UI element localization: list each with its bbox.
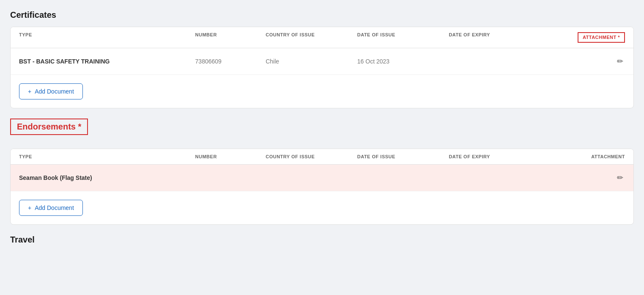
certificates-col-country: COUNTRY OF ISSUE	[266, 32, 357, 43]
endorsements-title: Endorsements *	[10, 119, 88, 135]
certificates-col-attachment: ATTACHMENT *	[540, 32, 625, 43]
certificates-col-date-issue: DATE OF ISSUE	[357, 32, 449, 43]
endorse-edit-button[interactable]: ✏	[615, 171, 625, 184]
certificates-title: Certificates	[10, 10, 634, 20]
endorsements-col-date-expiry: DATE OF EXPIRY	[449, 154, 540, 159]
certificates-add-doc-area: + Add Document	[11, 75, 633, 108]
endorsements-section: Endorsements * TYPE NUMBER COUNTRY OF IS…	[10, 119, 634, 225]
cert-edit-col: ✏	[540, 55, 625, 68]
certificates-col-type: TYPE	[19, 32, 195, 43]
certificates-add-document-button[interactable]: + Add Document	[19, 83, 83, 99]
certificates-col-date-expiry: DATE OF EXPIRY	[449, 32, 540, 43]
add-document-label: Add Document	[35, 88, 74, 95]
endorsements-col-country: COUNTRY OF ISSUE	[266, 154, 357, 159]
endorsements-col-date-issue: DATE OF ISSUE	[357, 154, 449, 159]
certificates-table-header: TYPE NUMBER COUNTRY OF ISSUE DATE OF ISS…	[11, 27, 633, 48]
cert-type: BST - BASIC SAFETY TRAINING	[19, 58, 195, 65]
endorsements-col-type: TYPE	[19, 154, 195, 159]
attachment-header-highlighted: ATTACHMENT *	[578, 32, 625, 43]
endorse-edit-col: ✏	[540, 171, 625, 184]
endorsements-row-1: Seaman Book (Flag State) ✏	[11, 165, 633, 191]
certificates-col-number: NUMBER	[195, 32, 266, 43]
endorsements-add-document-button[interactable]: + Add Document	[19, 200, 83, 216]
cert-edit-button[interactable]: ✏	[615, 55, 625, 68]
cert-number: 73806609	[195, 58, 266, 65]
cert-date-issue: 16 Oct 2023	[357, 58, 449, 65]
endorsements-card: TYPE NUMBER COUNTRY OF ISSUE DATE OF ISS…	[10, 149, 634, 225]
certificates-section: Certificates TYPE NUMBER COUNTRY OF ISSU…	[10, 10, 634, 108]
endorsements-table-header: TYPE NUMBER COUNTRY OF ISSUE DATE OF ISS…	[11, 149, 633, 165]
endorsements-col-attachment: ATTACHMENT	[540, 154, 625, 159]
endorsements-title-container: Endorsements *	[10, 119, 634, 142]
endorsements-add-doc-area: + Add Document	[11, 191, 633, 224]
travel-section: Travel	[10, 235, 634, 245]
endorsements-col-number: NUMBER	[195, 154, 266, 159]
add-document-label-2: Add Document	[35, 204, 74, 211]
travel-title: Travel	[10, 235, 634, 245]
certificates-row-1: BST - BASIC SAFETY TRAINING 73806609 Chi…	[11, 48, 633, 75]
cert-country: Chile	[266, 58, 357, 65]
certificates-card: TYPE NUMBER COUNTRY OF ISSUE DATE OF ISS…	[10, 27, 634, 108]
plus-icon: +	[28, 88, 31, 95]
endorse-type: Seaman Book (Flag State)	[19, 174, 195, 181]
plus-icon-2: +	[28, 204, 31, 211]
